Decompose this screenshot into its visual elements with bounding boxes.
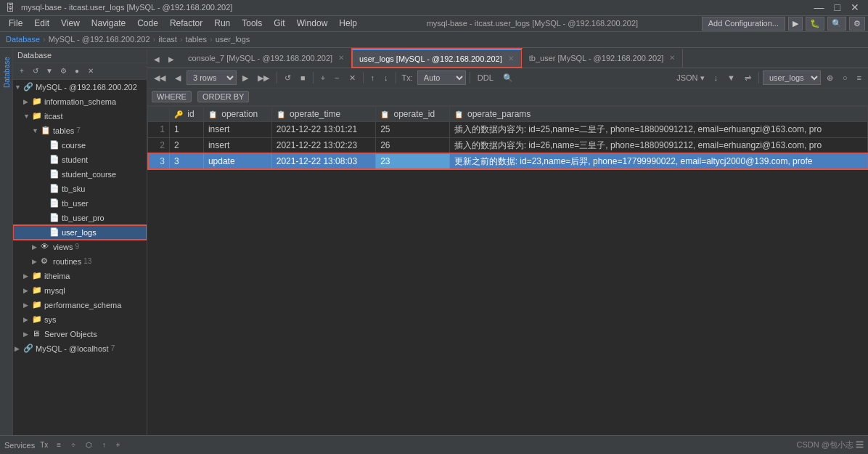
json-btn[interactable]: JSON ▾ [673,70,708,86]
table-row[interactable]: 1 1 insert 2021-12-22 13:01:21 25 插入的数据内… [148,121,868,137]
sidebar-filter-btn[interactable]: ▼ [44,65,55,77]
tab-console7[interactable]: console_7 [MySQL - @192.168.200.202] ✕ [181,49,352,68]
tree-item-student[interactable]: ▶ 📄 student [13,153,147,167]
menu-code[interactable]: Code [131,17,164,30]
menu-tools[interactable]: Tools [236,17,268,30]
services-up-btn[interactable]: ↑ [99,437,110,453]
tree-item-perf-schema[interactable]: ▶ 📁 performance_schema [13,298,147,312]
add-configuration-button[interactable]: Add Configuration... [702,17,785,31]
nav-next[interactable]: ▶ [239,70,252,86]
tree-item-user-logs[interactable]: ▶ 📄 user_logs [13,225,147,240]
col-operate-time[interactable]: 📋 operate_time [271,106,375,121]
tree-item-itheima[interactable]: ▶ 📁 itheima [13,269,147,283]
tree-item-routines[interactable]: ▶ ⚙ routines 13 [13,254,147,269]
col-id[interactable]: 🔑 id [170,106,204,121]
tables-icon: 📋 [41,126,51,136]
revert-btn[interactable]: ✕ [345,70,359,86]
services-grid-btn[interactable]: ⬡ [82,437,96,453]
breadcrumb-schema[interactable]: itcast [158,35,177,44]
menu-edit[interactable]: Edit [28,17,55,30]
breadcrumb-host[interactable]: MySQL - @192.168.200.202 [49,35,150,44]
services-add-btn[interactable]: + [112,437,124,453]
tree-item-student-course[interactable]: ▶ 📄 student_course [13,167,147,182]
download-btn[interactable]: ↓ [380,70,392,86]
filter-btn[interactable]: ▼ [724,70,739,86]
tree-item-sys[interactable]: ▶ 📁 sys [13,312,147,327]
tree-item-tables[interactable]: ▼ 📋 tables 7 [13,123,147,138]
add-row-btn[interactable]: + [317,70,329,86]
tab-console7-close[interactable]: ✕ [338,54,344,62]
menu-window[interactable]: Window [291,17,334,30]
layout-btn[interactable]: ○ [839,70,851,86]
sidebar-settings-btn[interactable]: ⚙ [57,65,69,77]
breadcrumb-db[interactable]: Database [6,35,40,44]
table-row[interactable]: 2 2 insert 2021-12-22 13:02:23 26 插入的数据内… [148,137,868,153]
debug-button[interactable]: 🐛 [806,17,824,31]
menu-run[interactable]: Run [208,17,236,30]
breadcrumb-table[interactable]: user_logs [216,35,250,44]
submit-btn[interactable]: ↑ [367,70,379,86]
tree-item-server-objects[interactable]: ▶ 🖥 Server Objects [13,327,147,341]
sidebar-dot-btn[interactable]: ● [71,65,83,77]
services-bar: Services Tx ≡ ÷ ⬡ ↑ + CSDN @包小志 ☰ [0,435,868,454]
tab-user-logs[interactable]: user_logs [MySQL - @192.168.200.202] ✕ [352,49,522,68]
tree-item-views[interactable]: ▶ 👁 views 9 [13,240,147,254]
rows-dropdown[interactable]: 3 rows 10 rows 50 rows [187,70,237,85]
refresh-btn[interactable]: ↺ [281,70,295,86]
table-row[interactable]: 3 3 update 2021-12-22 13:08:03 23 更新之前的数… [148,153,868,169]
services-split-btn[interactable]: ÷ [67,437,79,453]
tree-item-tb-user[interactable]: ▶ 📄 tb_user [13,196,147,211]
tab-tb-user[interactable]: tb_user [MySQL - @192.168.200.202] ✕ [522,49,684,68]
tree-item-course[interactable]: ▶ 📄 course [13,138,147,153]
col-operate-params[interactable]: 📋 operate_params [449,106,867,121]
breadcrumb-tables[interactable]: tables [186,35,207,44]
where-tag[interactable]: WHERE [152,91,192,102]
tree-item-mysql-localhost[interactable]: ▶ 🔗 MySQL - @localhost 7 [13,341,147,356]
export-btn[interactable]: ↓ [711,70,722,86]
col-operate-id[interactable]: 📋 operate_id [376,106,450,121]
tab-tb-user-close[interactable]: ✕ [669,54,675,62]
nav-last[interactable]: ▶▶ [254,70,273,86]
ddl-btn[interactable]: DDL [474,70,497,86]
menu-help[interactable]: Help [333,17,363,30]
tab-scroll-right[interactable]: ▶ [165,52,178,68]
tree-item-mysql[interactable]: ▶ 📁 mysql [13,283,147,298]
maximize-button[interactable]: □ [832,1,843,13]
transpose-btn[interactable]: ⇌ [741,70,755,86]
menu-btn[interactable]: ≡ [853,70,865,86]
menu-navigate[interactable]: Navigate [86,17,131,30]
sidebar-close-btn[interactable]: ✕ [85,65,97,77]
tree-item-itcast[interactable]: ▼ 📁 itcast [13,109,147,123]
stop-btn[interactable]: ■ [297,70,309,86]
table-dropdown[interactable]: user_logs [763,70,821,85]
tab-user-logs-close[interactable]: ✕ [508,54,514,62]
col-operation[interactable]: 📋 operation [203,106,271,121]
menu-file[interactable]: File [3,17,28,30]
tree-item-tb-sku[interactable]: ▶ 📄 tb_sku [13,182,147,196]
remove-row-btn[interactable]: − [331,70,343,86]
sidebar-add-btn[interactable]: + [16,65,28,77]
run-button[interactable]: ▶ [788,17,803,31]
vtab-database[interactable]: Database [1,51,12,94]
menu-git[interactable]: Git [268,17,290,30]
search-everywhere-button[interactable]: 🔍 [827,17,846,31]
data-table: 🔑 id 📋 operation 📋 operate_time [147,106,868,170]
nav-prev[interactable]: ◀ [171,70,184,86]
tree-item-info-schema[interactable]: ▶ 📁 information_schema [13,94,147,109]
menu-refactor[interactable]: Refactor [164,17,208,30]
minimize-button[interactable]: — [811,1,827,13]
nav-first[interactable]: ◀◀ [150,70,169,86]
menu-view[interactable]: View [55,17,86,30]
sidebar-refresh-btn[interactable]: ↺ [30,65,41,77]
new-tab-btn[interactable]: ⊕ [823,70,837,86]
settings-button[interactable]: ⚙ [849,17,865,31]
search-btn[interactable]: 🔍 [499,70,517,86]
order-tag[interactable]: ORDER BY [197,91,249,102]
services-align-btn[interactable]: ≡ [53,437,65,453]
tx-dropdown[interactable]: Auto Manual [417,70,466,85]
tree-item-tb-user-pro[interactable]: ▶ 📄 tb_user_pro [13,211,147,225]
close-button[interactable]: ✕ [848,1,862,13]
services-tx-btn[interactable]: Tx [38,437,50,453]
tree-item-mysql-host[interactable]: ▼ 🔗 MySQL - @192.168.200.202 [13,80,147,94]
tab-scroll-left[interactable]: ◀ [150,52,163,68]
